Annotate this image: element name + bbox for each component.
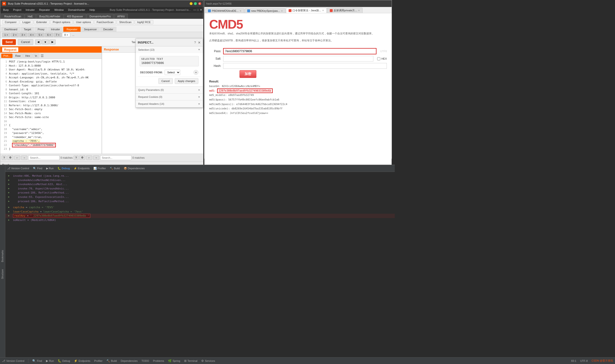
- subtab-project-options[interactable]: Project options: [50, 20, 73, 24]
- search-back-btn-2[interactable]: ←: [86, 156, 92, 160]
- var-expand-icon-2[interactable]: ▶: [8, 210, 11, 214]
- expand-icon-4[interactable]: ▶: [8, 187, 11, 191]
- minimize-icon[interactable]: —: [190, 2, 192, 5]
- fmt-newline[interactable]: \n: [33, 54, 39, 58]
- maintab-dashboard[interactable]: Dashboard: [1, 27, 20, 32]
- version-control-btn[interactable]: ⎇ Version Control: [7, 167, 29, 170]
- inspect-apply-button[interactable]: Apply changes: [175, 78, 198, 84]
- cmd5-tab-newpbe[interactable]: new PBEKeySpec(pas... ✕: [245, 8, 286, 13]
- navtab-apikit[interactable]: APIKit: [114, 14, 128, 19]
- nav-back-button[interactable]: ◀: [35, 39, 41, 44]
- maintab-target[interactable]: Target: [21, 27, 34, 32]
- profiler-btn[interactable]: 📊 Profiler: [93, 167, 106, 170]
- menu-project[interactable]: Project: [11, 8, 23, 12]
- fmt-pretty[interactable]: Pret...: [1, 54, 13, 58]
- search-settings-btn-1[interactable]: ⚙: [7, 155, 13, 160]
- search-input-1[interactable]: [28, 155, 59, 160]
- navtab-hae[interactable]: HaE: [25, 14, 36, 19]
- var-expand-icon-4[interactable]: ▶: [8, 218, 11, 222]
- nav-next-button[interactable]: ▶: [49, 39, 55, 44]
- cmd5-tab-fanshe[interactable]: 反射调用private方... ✕: [327, 8, 363, 13]
- cmd5-tab-close-1[interactable]: ✕: [281, 10, 283, 12]
- search-help-btn-2[interactable]: ?: [74, 156, 79, 160]
- menu-burp[interactable]: Burp: [1, 8, 11, 12]
- expand-icon-5[interactable]: ▶: [8, 191, 11, 195]
- burp-maximize-btn[interactable]: □: [197, 8, 199, 12]
- more-options-icon[interactable]: ☰: [41, 54, 44, 58]
- statusbar-endpoints[interactable]: ⚡ Endpoints: [74, 359, 90, 363]
- var-expand-icon-3[interactable]: ▶: [8, 214, 11, 218]
- cmd5-tab-close-2[interactable]: ✕: [322, 9, 324, 12]
- statusbar-terminal[interactable]: ⊞ Terminal: [184, 359, 198, 363]
- expand-icon-2[interactable]: ▶: [8, 178, 11, 182]
- reptab-7[interactable]: 7 ×: [54, 33, 62, 37]
- build-btn[interactable]: 🔨 Build: [110, 167, 120, 170]
- reptab-more[interactable]: ...: [71, 33, 76, 37]
- run-btn[interactable]: ▶ Run: [46, 167, 54, 170]
- reptab-1[interactable]: 1 ×: [2, 33, 10, 37]
- reptab-2[interactable]: 2 ×: [11, 33, 19, 37]
- navtab-domainhunterpro[interactable]: DomainHunterPro: [86, 14, 114, 19]
- reptab-8[interactable]: 8 ×: [62, 33, 70, 37]
- cmd5-tab-koling[interactable]: 口令加密算法 - Java加... ✕: [286, 8, 327, 13]
- cmd5-pass-input[interactable]: [223, 48, 376, 54]
- cmd5-tab-close-3[interactable]: ✕: [358, 9, 360, 12]
- maintab-proxy[interactable]: Proxy: [34, 27, 47, 32]
- inspect-cookies-header[interactable]: Request Cookies (0) ▼: [136, 93, 203, 100]
- search-input-2[interactable]: [100, 155, 131, 160]
- expand-icon-7[interactable]: ▶: [8, 199, 11, 204]
- cmd5-hash-input[interactable]: [223, 63, 387, 69]
- expand-icon-3[interactable]: ▶: [8, 182, 11, 187]
- burp-minimize-btn[interactable]: —: [193, 8, 196, 12]
- reptab-4[interactable]: 4 ×: [28, 33, 36, 37]
- subtab-logger[interactable]: Logger: [20, 20, 33, 24]
- statusbar-csdn-link[interactable]: CSDN @普方资讯: [592, 359, 613, 363]
- menu-domainhunter[interactable]: DomainHunter: [66, 8, 87, 12]
- statusbar-services[interactable]: ⚙ Services: [201, 359, 215, 363]
- inspect-help-icon[interactable]: ?: [194, 41, 196, 44]
- reptab-3[interactable]: 3 ×: [19, 33, 27, 37]
- cmd5-tab-close-0[interactable]: ✕: [240, 10, 241, 12]
- nav-prev-button[interactable]: ▼: [42, 39, 49, 44]
- subtab-log4j2rce[interactable]: log4j2 RCE: [135, 20, 153, 24]
- statusbar-build[interactable]: 🔨 Build: [106, 359, 117, 363]
- maintab-repeater[interactable]: Repeater: [63, 27, 80, 32]
- statusbar-profiler[interactable]: Profiler: [94, 359, 103, 362]
- search-settings-btn-2[interactable]: ⚙: [80, 155, 85, 160]
- expand-icon[interactable]: ▶: [8, 174, 11, 178]
- reptab-5[interactable]: 5 ×: [36, 33, 44, 37]
- find-btn[interactable]: 🔍 Find: [33, 167, 42, 170]
- menu-repeater[interactable]: Repeater: [37, 8, 52, 12]
- statusbar-find[interactable]: 🔍 Find: [32, 359, 42, 363]
- cmd5-tab-pbewith[interactable]: PBEWithMD5AndDE... ✕: [205, 8, 244, 13]
- endpoints-btn[interactable]: ⚡ Endpoints: [74, 167, 90, 170]
- inspect-close-icon[interactable]: ✕: [198, 41, 201, 44]
- menu-window[interactable]: Window: [53, 8, 66, 12]
- maintab-sequencer[interactable]: Sequencer: [81, 27, 100, 32]
- statusbar-problems[interactable]: Problems: [153, 359, 164, 362]
- search-forward-btn-2[interactable]: →: [93, 156, 99, 160]
- subtab-fastjsonscan[interactable]: FastJsonScan: [94, 20, 116, 24]
- statusbar-dependencies[interactable]: Dependencies: [121, 359, 137, 362]
- subtab-shiroscan[interactable]: ShiroScan: [117, 20, 134, 24]
- debug-btn[interactable]: 🐛 Debug: [57, 167, 70, 170]
- statusbar-spring[interactable]: 🌿 Spring: [168, 359, 180, 363]
- cancel-button[interactable]: Cancel: [18, 39, 33, 45]
- statusbar-debug[interactable]: 🐛 Debug: [58, 359, 70, 363]
- search-help-btn-1[interactable]: ?: [2, 156, 6, 160]
- subtab-comparer[interactable]: Comparer: [2, 20, 19, 24]
- inspect-add-decode-btn[interactable]: +: [193, 70, 198, 75]
- menu-intruder[interactable]: Intruder: [24, 8, 37, 12]
- search-back-btn-1[interactable]: ←: [14, 156, 20, 160]
- fmt-raw[interactable]: Raw: [13, 54, 23, 58]
- subtab-user-options[interactable]: User options: [73, 20, 94, 24]
- inspect-selection-header[interactable]: Selection (13) ▲: [136, 46, 203, 53]
- cmd5-encrypt-button[interactable]: 加密: [240, 70, 256, 78]
- maximize-icon[interactable]: □: [194, 2, 197, 5]
- statusbar-run[interactable]: ▶ Run: [46, 359, 54, 363]
- navtab-burpjslinkfinder[interactable]: BurpJSLinkFinder: [36, 14, 63, 19]
- statusbar-version-control[interactable]: ⎇ Version Control: [2, 359, 24, 363]
- inspect-cancel-button[interactable]: Cancel: [158, 78, 173, 84]
- expand-icon-6[interactable]: ▶: [8, 195, 11, 199]
- inspect-headers-header[interactable]: Request Headers (14) ▼: [136, 101, 203, 107]
